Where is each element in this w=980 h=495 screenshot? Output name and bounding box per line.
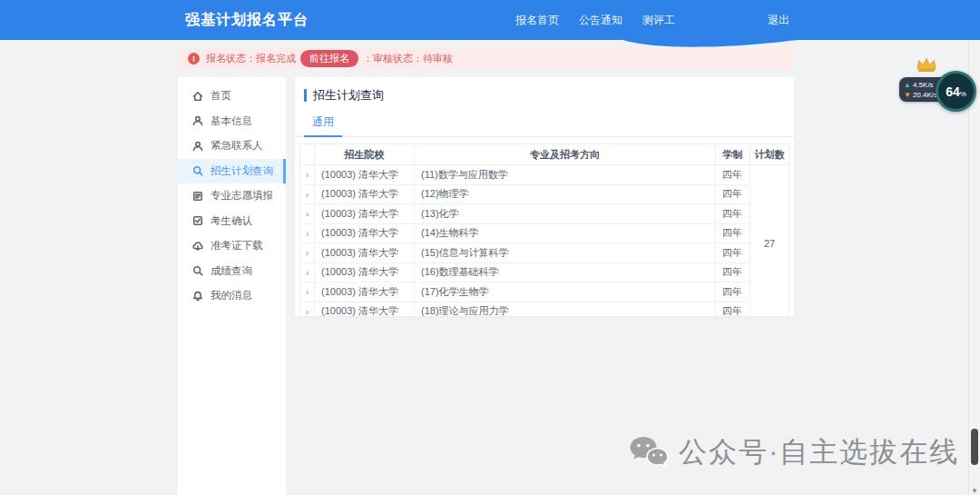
cell-college: (10003) 清华大学 <box>315 165 415 185</box>
app-title: 强基计划报名平台 <box>185 0 309 40</box>
tab-bar: 通用 <box>295 112 794 137</box>
col-expand <box>300 144 315 165</box>
title-accent-bar <box>304 89 307 102</box>
expand-row-icon[interactable]: › <box>300 204 315 224</box>
sidebar-item-1[interactable]: 基本信息 <box>178 109 286 134</box>
sidebar-item-6[interactable]: 准考证下载 <box>178 233 286 259</box>
main-content-card: 招生计划查询 通用 招生院校 专业及招考方向 学制 计划数 ›(10003) 清… <box>295 77 794 316</box>
check-square-icon <box>192 215 203 226</box>
error-icon: ! <box>188 53 200 64</box>
nav-item-assessment[interactable]: 测评工 <box>642 13 675 28</box>
cell-college: (10003) 清华大学 <box>315 282 415 302</box>
table-header-row: 招生院校 专业及招考方向 学制 计划数 <box>300 144 789 165</box>
expand-row-icon[interactable]: › <box>300 184 315 204</box>
plan-table: 招生院校 专业及招考方向 学制 计划数 ›(10003) 清华大学(11)数学与… <box>299 144 789 322</box>
cell-major: (18)理论与应用力学 <box>415 302 716 322</box>
upload-arrow-icon: ▲ <box>904 80 911 90</box>
cell-plan-total: 27 <box>750 165 789 322</box>
page-title-row: 招生计划查询 <box>295 77 794 112</box>
search-icon <box>192 265 203 276</box>
cell-years: 四年 <box>716 184 750 204</box>
logout-button[interactable]: 退出 <box>768 0 789 40</box>
cell-years: 四年 <box>716 204 750 224</box>
tab-general[interactable]: 通用 <box>304 112 342 137</box>
cell-college: (10003) 清华大学 <box>315 204 415 224</box>
sidebar-item-label: 基本信息 <box>211 114 252 128</box>
expand-row-icon[interactable]: › <box>300 302 315 322</box>
sidebar-item-3[interactable]: 招生计划查询 <box>178 159 286 184</box>
vertical-scrollbar[interactable]: ▼ <box>968 40 980 495</box>
status-alert: ! 报名状态：报名完成 前往报名 ：审核状态：待审核 <box>178 48 792 69</box>
expand-row-icon[interactable]: › <box>300 165 315 185</box>
user-icon <box>192 115 203 126</box>
sidebar-item-label: 准考证下载 <box>211 239 263 252</box>
table-row[interactable]: ›(10003) 清华大学(18)理论与应用力学四年 <box>300 302 789 322</box>
cloud-download-icon <box>192 241 203 252</box>
cell-years: 四年 <box>716 165 750 185</box>
cell-college: (10003) 清华大学 <box>315 302 415 322</box>
nav-item-notices[interactable]: 公告通知 <box>579 13 622 28</box>
bell-icon <box>192 291 203 302</box>
cell-college: (10003) 清华大学 <box>315 243 415 263</box>
cell-major: (14)生物科学 <box>415 223 716 243</box>
alert-status-left: 报名状态：报名完成 <box>206 52 296 65</box>
cell-years: 四年 <box>716 243 750 263</box>
percent-sign: % <box>960 90 966 98</box>
expand-row-icon[interactable]: › <box>300 223 315 243</box>
plan-table-wrap: 招生院校 专业及招考方向 学制 计划数 ›(10003) 清华大学(11)数学与… <box>295 137 794 322</box>
cell-major: (16)数理基础科学 <box>415 262 716 282</box>
sidebar-item-5[interactable]: 考生确认 <box>178 209 286 234</box>
form-icon <box>192 191 203 202</box>
col-years: 学制 <box>716 144 750 165</box>
sidebar-item-label: 招生计划查询 <box>211 164 273 178</box>
search-icon <box>192 165 203 176</box>
cell-major: (11)数学与应用数学 <box>415 165 716 185</box>
percent-badge[interactable]: 64% <box>936 71 976 112</box>
navbar-wave-decoration <box>620 39 806 48</box>
col-college: 招生院校 <box>315 144 415 165</box>
download-arrow-icon: ▼ <box>904 90 911 100</box>
go-register-button[interactable]: 前往报名 <box>300 50 358 67</box>
sidebar-menu: 首页基本信息紧急联系人招生计划查询专业志愿填报考生确认准考证下载成绩查询我的消息 <box>178 77 286 495</box>
sidebar-item-7[interactable]: 成绩查询 <box>178 259 286 284</box>
cell-major: (17)化学生物学 <box>415 282 716 302</box>
top-navbar: 强基计划报名平台 报名首页 公告通知 测评工 退出 <box>0 0 980 40</box>
table-row[interactable]: ›(10003) 清华大学(11)数学与应用数学四年27 <box>300 165 789 185</box>
cell-years: 四年 <box>716 262 750 282</box>
expand-row-icon[interactable]: › <box>300 262 315 282</box>
cell-years: 四年 <box>716 302 750 322</box>
cell-years: 四年 <box>716 223 750 243</box>
sidebar-item-4[interactable]: 专业志愿填报 <box>178 183 286 209</box>
wechat-icon <box>629 435 669 470</box>
sidebar-item-0[interactable]: 首页 <box>178 84 286 109</box>
sidebar-item-8[interactable]: 我的消息 <box>178 283 286 309</box>
cell-major: (15)信息与计算科学 <box>415 243 716 263</box>
cell-years: 四年 <box>716 282 750 302</box>
table-row[interactable]: ›(10003) 清华大学(12)物理学四年 <box>300 184 789 204</box>
cell-major: (13)化学 <box>415 204 716 224</box>
cell-college: (10003) 清华大学 <box>315 223 415 243</box>
nav-item-home[interactable]: 报名首页 <box>515 13 559 28</box>
sidebar-item-label: 首页 <box>211 89 231 103</box>
nav-menu: 报名首页 公告通知 测评工 <box>515 0 675 40</box>
table-row[interactable]: ›(10003) 清华大学(17)化学生物学四年 <box>300 282 789 302</box>
percent-value: 64 <box>946 84 960 99</box>
sidebar-item-label: 考生确认 <box>211 214 252 228</box>
scrollbar-thumb[interactable] <box>971 429 978 465</box>
expand-row-icon[interactable]: › <box>300 282 315 302</box>
cell-college: (10003) 清华大学 <box>315 184 415 204</box>
expand-row-icon[interactable]: › <box>300 243 315 263</box>
table-row[interactable]: ›(10003) 清华大学(13)化学四年 <box>300 204 789 224</box>
crown-icon <box>916 57 937 73</box>
home-icon <box>192 91 203 102</box>
alert-status-right: ：审核状态：待审核 <box>363 52 453 65</box>
scrollbar-down-arrow-icon[interactable]: ▼ <box>969 487 980 495</box>
page-title: 招生计划查询 <box>313 87 384 104</box>
table-row[interactable]: ›(10003) 清华大学(15)信息与计算科学四年 <box>300 243 789 263</box>
table-row[interactable]: ›(10003) 清华大学(14)生物科学四年 <box>300 223 789 243</box>
sidebar-item-label: 成绩查询 <box>211 264 252 278</box>
sidebar-item-2[interactable]: 紧急联系人 <box>178 134 286 159</box>
col-plan-count: 计划数 <box>750 144 789 165</box>
table-row[interactable]: ›(10003) 清华大学(16)数理基础科学四年 <box>300 262 789 282</box>
sidebar-item-label: 我的消息 <box>211 289 252 302</box>
